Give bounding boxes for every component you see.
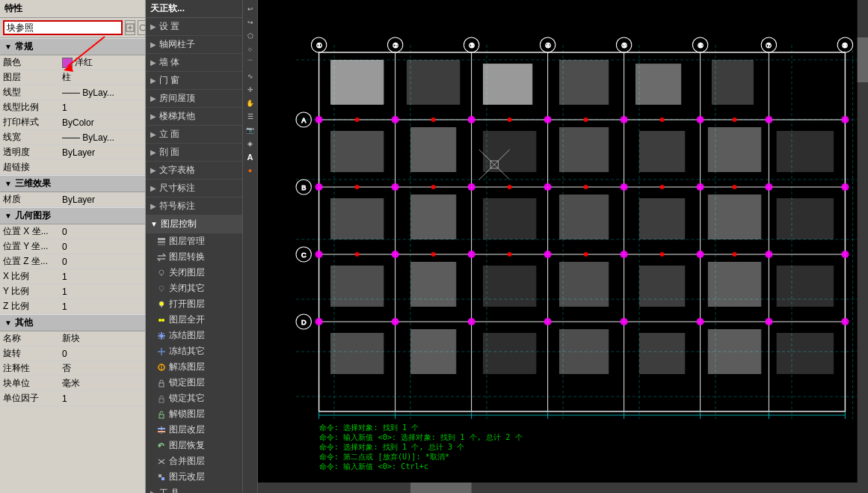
submenu-open-layer[interactable]: 打开图层 <box>146 296 242 312</box>
svg-rect-155 <box>708 195 761 239</box>
strip-btn-polygon[interactable]: ⬠ <box>244 30 256 42</box>
strip-btn-arc[interactable]: ⌒ <box>244 57 256 69</box>
svg-point-130 <box>732 185 736 189</box>
submenu-unlock[interactable]: 解锁图层 <box>146 406 242 422</box>
menu-text[interactable]: ▶ 文字表格 <box>146 162 242 180</box>
section-regular[interactable]: ▼ 常规 <box>0 38 145 55</box>
strip-btn-text-a[interactable]: A <box>244 151 256 163</box>
svg-rect-148 <box>708 127 761 172</box>
color-swatch <box>62 58 73 68</box>
submenu-layer-convert[interactable]: 图层转换 <box>146 249 242 265</box>
svg-text:⑤: ⑤ <box>621 42 627 49</box>
svg-rect-138 <box>407 60 460 105</box>
strip-btn-render[interactable]: ◈ <box>244 138 256 150</box>
submenu-label-unfreeze: 解冻图层 <box>169 361 205 373</box>
menu-layer-control[interactable]: ▼ 图层控制 <box>146 215 242 233</box>
right-toolbar: ↩ ↪ ⬠ ○ ⌒ ∿ ✛ ✋ ☰ 📷 ◈ A ● <box>243 0 258 493</box>
prop-value-rotation: 0 <box>59 349 142 359</box>
menu-section[interactable]: ▶ 剖 面 <box>146 144 242 162</box>
prop-blockunit: 块单位 毫米 <box>0 376 145 391</box>
menu-wall[interactable]: ▶ 墙 体 <box>146 54 242 72</box>
svg-rect-7 <box>158 238 165 240</box>
arrow-other: ▼ <box>4 319 12 327</box>
svg-rect-170 <box>777 333 834 374</box>
menu-axis[interactable]: ▶ 轴网柱子 <box>146 36 242 54</box>
svg-rect-162 <box>708 262 761 307</box>
submenu-close-others[interactable]: 关闭其它 <box>146 281 242 296</box>
svg-point-109 <box>765 251 772 258</box>
svg-point-14 <box>159 301 164 306</box>
svg-rect-8 <box>158 241 165 243</box>
strip-btn-redo[interactable]: ↪ <box>244 16 256 28</box>
menu-tools[interactable]: ▶ 工 具 <box>146 485 242 493</box>
svg-point-125 <box>355 185 360 189</box>
submenu-merge-layer[interactable]: 合并图层 <box>146 453 242 469</box>
svg-point-93 <box>765 116 772 123</box>
cad-drawing: ① ② ③ ④ ⑤ ⑥ ⑦ ⑧ A B C D <box>258 0 868 493</box>
block-ref-input[interactable] <box>3 20 123 35</box>
strip-btn-circle[interactable]: ○ <box>244 43 256 55</box>
prop-label-transparency: 透明度 <box>3 146 59 159</box>
menu-elevation[interactable]: ▶ 立 面 <box>146 126 242 144</box>
cad-viewport[interactable]: ① ② ③ ④ ⑤ ⑥ ⑦ ⑧ A B C D <box>258 0 868 493</box>
menu-label-stair: 楼梯其他 <box>159 110 238 123</box>
menu-door[interactable]: ▶ 门 窗 <box>146 72 242 90</box>
svg-rect-146 <box>559 127 609 172</box>
strip-btn-camera[interactable]: 📷 <box>244 124 256 136</box>
merge-icon <box>156 456 167 467</box>
menu-settings[interactable]: ▶ 设 置 <box>146 18 242 36</box>
section-3d[interactable]: ▼ 三维效果 <box>0 175 145 192</box>
strip-btn-wave[interactable]: ∿ <box>244 70 256 82</box>
menu-label-settings: 设 置 <box>159 20 238 33</box>
menu-arrow-door: ▶ <box>150 76 156 85</box>
submenu-lock-others[interactable]: 锁定其它 <box>146 391 242 406</box>
bulb-off2-icon <box>156 284 167 294</box>
submenu-change-layer[interactable]: 图层改层 <box>146 422 242 438</box>
prop-linewidth: 线宽 —— ByLay... <box>0 130 145 145</box>
submenu-label-freeze-others: 冻结其它 <box>169 345 205 358</box>
strip-btn-undo[interactable]: ↩ <box>244 3 256 15</box>
menu-symbol[interactable]: ▶ 符号标注 <box>146 197 242 215</box>
restore-icon <box>156 441 167 451</box>
svg-rect-28 <box>159 414 164 418</box>
submenu-label-openall: 图层全开 <box>169 313 205 326</box>
svg-text:命令: 第二点或 [放弃(U)]: *取消*: 命令: 第二点或 [放弃(U)]: *取消* <box>319 453 450 461</box>
section-other-label: 其他 <box>15 316 33 329</box>
menu-dim[interactable]: ▶ 尺寸标注 <box>146 180 242 197</box>
submenu-lock[interactable]: 锁定图层 <box>146 375 242 391</box>
section-other[interactable]: ▼ 其他 <box>0 314 145 331</box>
strip-btn-dot[interactable]: ● <box>244 165 256 177</box>
prop-value-name: 新块 <box>59 332 142 345</box>
submenu-restore-layer[interactable]: 图层恢复 <box>146 438 242 453</box>
section-geometry-label: 几何图形 <box>15 209 51 222</box>
prop-value-posz: 0 <box>59 257 142 267</box>
submenu-layer-manage[interactable]: 图层管理 <box>146 233 242 249</box>
submenu-freeze-others[interactable]: 冻结其它 <box>146 343 242 359</box>
prop-posy: 位置 Y 坐... 0 <box>0 239 145 254</box>
svg-rect-139 <box>483 64 532 105</box>
strip-btn-list[interactable]: ☰ <box>244 111 256 123</box>
menu-stair[interactable]: ▶ 楼梯其他 <box>146 108 242 126</box>
prop-label-material: 材质 <box>3 193 59 206</box>
all-on-icon <box>156 315 167 325</box>
svg-text:③: ③ <box>469 42 475 49</box>
strip-btn-cross[interactable]: ✛ <box>244 84 256 96</box>
prop-linetype: 线型 —— ByLay... <box>0 85 145 100</box>
submenu-open-all[interactable]: 图层全开 <box>146 312 242 328</box>
svg-rect-160 <box>559 262 609 307</box>
svg-point-131 <box>355 252 360 257</box>
section-geometry[interactable]: ▼ 几何图形 <box>0 207 145 224</box>
toolbar-btn-1[interactable] <box>125 20 135 35</box>
submenu-close-layer[interactable]: 关闭图层 <box>146 265 242 281</box>
submenu-element-layer[interactable]: 图元改层 <box>146 469 242 485</box>
svg-point-120 <box>431 117 436 122</box>
prop-label-scalex: X 比例 <box>3 270 59 283</box>
strip-btn-pan[interactable]: ✋ <box>244 97 256 109</box>
prop-label-scalez: Z 比例 <box>3 300 59 313</box>
submenu-freeze[interactable]: 冻结图层 <box>146 328 242 343</box>
menu-label-symbol: 符号标注 <box>159 200 238 212</box>
toolbar-btn-2[interactable] <box>138 20 146 35</box>
menu-room[interactable]: ▶ 房间屋顶 <box>146 90 242 108</box>
svg-point-136 <box>732 252 736 257</box>
submenu-unfreeze[interactable]: 解冻图层 <box>146 359 242 375</box>
